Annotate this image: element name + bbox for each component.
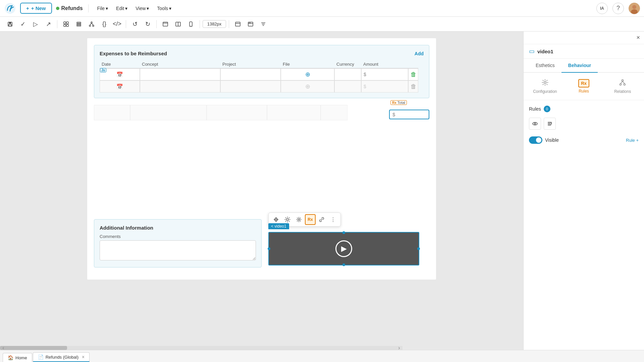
video-play-button[interactable]: ▶ [335,240,352,257]
panel-title-row: ▭ video1 [524,44,644,59]
tab-esthetics[interactable]: Esthetics [529,59,561,73]
row1-date[interactable]: Js 📅 [100,68,140,80]
component-button[interactable] [60,18,72,30]
video-label-badge[interactable]: < video1 [268,223,289,229]
rule-plus-button[interactable]: Rule + [626,138,639,143]
export-button[interactable]: ↗ [42,18,54,30]
tab-home[interactable]: 🏠 Home [3,353,32,362]
relations-label: Relations [614,89,631,94]
scroll-left-btn[interactable]: ‹ [0,346,7,350]
calendar-icon-2[interactable]: 📅 [116,83,123,90]
window-button[interactable] [159,18,171,30]
layout-button[interactable] [232,18,244,30]
resize-handle-bottom[interactable] [342,263,345,266]
browser-button[interactable] [245,18,257,30]
nav-edit[interactable]: Edit ▾ [113,4,131,12]
rules-subtab-label: Rules [579,89,589,94]
svg-point-34 [286,219,288,221]
row2-amount[interactable]: $ [361,80,408,93]
panel-tabs: Esthetics Behaviour [524,59,644,73]
resize-handle-top[interactable] [342,231,345,234]
mobile-button[interactable] [185,18,197,30]
row1-concept[interactable] [140,68,220,80]
nav-file[interactable]: File ▾ [94,4,112,12]
redo-button[interactable]: ↻ [142,18,154,30]
plus-icon: + [26,5,29,11]
code-button[interactable]: </> [111,18,123,30]
check-button[interactable]: ✓ [17,18,29,30]
delete-row2-icon[interactable]: 🗑 [411,83,417,90]
visible-toggle[interactable] [529,136,542,144]
new-button[interactable]: + + New [20,3,52,14]
filter-button[interactable] [257,18,269,30]
curly-button[interactable]: {} [98,18,110,30]
row2-project[interactable] [220,80,281,93]
total-input-field[interactable]: $ [389,110,429,119]
panel-close-button[interactable]: × [636,34,640,41]
upload-icon[interactable]: ⊕ [305,71,310,78]
formula-project [207,105,267,120]
panel-button[interactable] [172,18,184,30]
rule-eye-button[interactable] [529,118,541,130]
video-container[interactable]: ▶ [268,232,419,265]
tab-close-button[interactable]: × [82,354,85,360]
svg-point-38 [620,84,622,85]
ia-button[interactable]: IA [596,3,608,14]
add-expense-button[interactable]: Add [415,51,424,56]
user-avatar[interactable] [629,3,640,14]
svg-point-3 [631,9,638,14]
h-scrollbar-thumb[interactable] [0,346,67,350]
top-nav: + + New Refunds File ▾ Edit ▾ View ▾ Too… [0,0,644,17]
row1-file[interactable]: ⊕ [281,68,334,80]
formula-date [94,105,130,120]
row1-amount[interactable]: $ [361,68,408,80]
row1-currency[interactable] [334,68,361,80]
col-currency: Currency [334,60,361,68]
ft-more-button[interactable]: ⋮ [328,214,338,225]
nav-tools[interactable]: Tools ▾ [154,4,175,12]
svg-rect-13 [77,25,81,26]
tab-behaviour[interactable]: Behaviour [561,59,598,73]
ft-rules-button[interactable]: Rx [305,214,316,225]
tab-refunds-global[interactable]: 📄 Refunds (Global) × [33,352,90,362]
rules-section: Rules 0 Visible Rule + [524,100,644,149]
rule-format-button[interactable] [544,118,556,130]
ft-gear-button[interactable] [293,214,304,225]
resize-handle-right[interactable] [417,247,420,250]
col-concept: Concept [140,60,220,68]
app-logo[interactable] [4,2,16,14]
comments-textarea[interactable] [100,240,256,260]
upload-icon-2[interactable]: ⊕ [305,83,310,90]
row1-project[interactable] [220,68,281,80]
row1-delete[interactable]: 🗑 [408,68,418,80]
calendar-icon[interactable]: 📅 [116,71,123,78]
row2-currency[interactable] [334,80,361,93]
row2-delete[interactable]: 🗑 [408,80,418,93]
undo-button[interactable]: ↺ [129,18,141,30]
row2-concept[interactable] [140,80,220,93]
scroll-right-btn[interactable]: › [396,346,402,350]
subtab-rules[interactable]: Rx Rules [566,77,602,96]
flow-button[interactable] [86,18,98,30]
stack-button[interactable] [73,18,85,30]
canvas-area[interactable]: Expenses to be Reimbursed Add Date Conce… [0,32,523,350]
total-input-wrap: Rx Total $ [389,105,429,120]
col-date: Date [100,60,140,68]
total-label: Total [397,101,405,105]
subtab-relations[interactable]: Relations [604,77,641,96]
nav-view[interactable]: View ▾ [132,4,152,12]
total-row: Rx Total $ [94,105,429,120]
resize-handle-left[interactable] [268,247,270,250]
subtab-configuration[interactable]: Configuration [527,77,563,96]
save-button[interactable] [4,18,16,30]
h-scrollbar[interactable] [0,346,402,350]
row2-date[interactable]: 📅 [100,80,140,93]
rules-label: Rules [529,106,541,112]
row2-file[interactable]: ⊕ [281,80,334,93]
svg-point-42 [533,122,537,125]
play-button[interactable]: ▷ [30,18,42,30]
ft-link-button[interactable] [316,214,327,225]
help-button[interactable]: ? [612,3,624,14]
delete-row1-icon[interactable]: 🗑 [411,71,417,78]
svg-point-37 [622,80,624,81]
